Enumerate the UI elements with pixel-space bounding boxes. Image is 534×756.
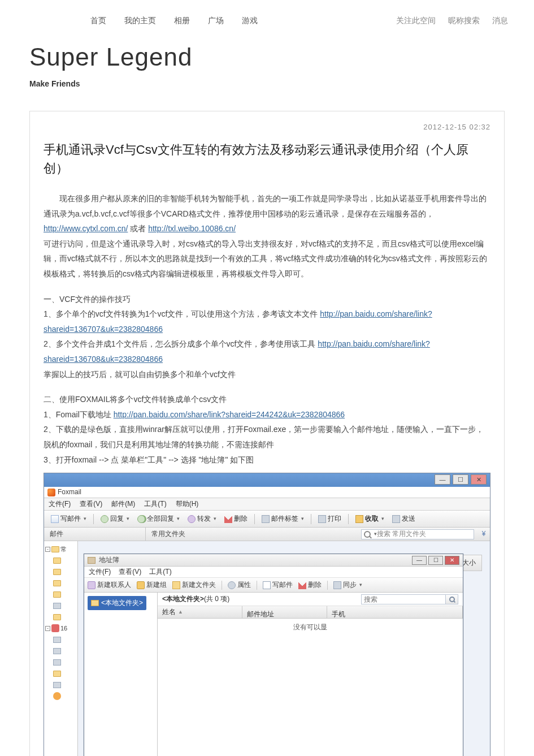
person-icon — [88, 581, 95, 589]
print-icon — [318, 515, 326, 523]
link-weibo10086[interactable]: http://txl.weibo.10086.cn/ — [148, 224, 236, 233]
menu-tools[interactable]: 工具(T) — [144, 498, 166, 511]
nav-album[interactable]: 相册 — [174, 16, 190, 25]
tree-collapse-icon[interactable]: - — [45, 547, 50, 552]
menu-file[interactable]: 文件(F) — [49, 498, 71, 511]
foxmail-menu: 文件(F) 查看(V) 邮件(M) 工具(T) 帮助(H) — [44, 498, 490, 511]
box-icon — [53, 648, 61, 654]
addressbook-toolbar: 新建联系人 新建组 新建文件夹 属性 写邮件 删除 同步▾ — [84, 578, 463, 593]
ab-menu-tools[interactable]: 工具(T) — [149, 565, 171, 578]
top-nav: 首页 我的主页 相册 广场 游戏 关注此空间 昵称搜索 消息 — [0, 0, 534, 32]
chevron-down-icon: ▾ — [301, 514, 304, 524]
ab-tree-localfolder[interactable]: <本地文件夹> — [88, 596, 146, 610]
addressbook-tree: <本地文件夹> — [84, 593, 158, 756]
nav-games[interactable]: 游戏 — [242, 16, 258, 25]
tb-compose[interactable]: 写邮件▾ — [49, 511, 89, 526]
ab-properties[interactable]: 属性 — [228, 578, 251, 591]
sort-asc-icon: ▲ — [178, 607, 183, 617]
tb-send[interactable]: 发送 — [390, 511, 418, 526]
col-common-header: 常用文件夹 — [151, 528, 185, 541]
nav-search[interactable]: 昵称搜索 — [448, 16, 480, 25]
nav-messages[interactable]: 消息 — [492, 16, 508, 25]
search-placeholder: 搜索 常用文件夹 — [377, 528, 426, 541]
ab-maximize-button[interactable]: ☐ — [428, 556, 443, 565]
col-mail-header: 邮件 — [44, 528, 146, 541]
ab-menu-view[interactable]: 查看(V) — [119, 565, 141, 578]
compose-icon — [263, 581, 271, 589]
box-icon — [53, 682, 61, 688]
folder-icon — [91, 600, 99, 606]
ab-search-button[interactable] — [446, 594, 458, 604]
tb-forward[interactable]: 转发▾ — [185, 511, 219, 526]
chevron-down-icon: ▾ — [177, 514, 180, 524]
tag-icon — [262, 515, 270, 523]
ab-close-button[interactable]: ✕ — [445, 556, 459, 565]
reply-all-icon — [137, 515, 145, 523]
box-icon — [53, 659, 61, 666]
ab-col-mail[interactable]: 邮件地址 — [242, 606, 327, 618]
tb-reply[interactable]: 回复▾ — [98, 511, 132, 526]
tb-delete[interactable]: 删除 — [222, 511, 250, 526]
s2-2: 2、下载的是绿色版，直接用winrar解压就可以使用，打开Foxmail.exe… — [44, 422, 490, 452]
foxmail-tree: -常 -16 — [44, 541, 78, 756]
menu-help[interactable]: 帮助(H) — [176, 498, 199, 511]
section-2-title: 二、使用FOXMAIL将多个vcf文件转换成单个csv文件 — [44, 392, 490, 407]
ab-new-group[interactable]: 新建组 — [137, 578, 167, 591]
reply-icon — [101, 515, 108, 523]
blog-title: Super Legend — [29, 43, 534, 71]
s1-2a: 2、多个文件合并成1个文件后，怎么拆分成多个单个vcf文件，参考使用该工具 — [44, 339, 315, 348]
addressbook-title: 地址簿 — [99, 554, 119, 567]
post-card: 2012-12-15 02:32 手机通讯录Vcf与Csv文件互转的有效方法及移… — [29, 111, 505, 756]
addressbook-window: 地址簿 — ☐ ✕ 文件(F) 查看(V) 工具(T) 新建联系人 新建组 新建… — [84, 554, 463, 756]
compose-icon — [51, 515, 59, 523]
folder-icon — [51, 546, 59, 552]
addressbook-list-header: <本地文件夹>(共 0 项) — [158, 593, 463, 606]
ab-sync[interactable]: 同步▾ — [333, 578, 362, 591]
ab-delete[interactable]: 删除 — [298, 578, 322, 591]
ab-new-contact[interactable]: 新建联系人 — [88, 578, 131, 591]
send-icon — [392, 515, 400, 523]
ab-compose[interactable]: 写邮件 — [263, 578, 293, 591]
ab-new-folder[interactable]: 新建文件夹 — [172, 578, 216, 591]
link-share-244242[interactable]: http://pan.baidu.com/share/link?shareid=… — [114, 410, 345, 419]
p1a: 现在很多用户都从原来的旧的非智能手机转为智能手机，首先的一项工作就是同学录导出，… — [44, 194, 487, 218]
window-minimize-button[interactable]: — — [435, 474, 450, 485]
tree-collapse-icon[interactable]: - — [45, 626, 50, 631]
folder-icon — [53, 580, 61, 586]
tb-replyall[interactable]: 全部回复▾ — [135, 511, 182, 526]
ab-col-phone[interactable]: 手机 — [327, 606, 463, 618]
search-icon — [364, 531, 371, 538]
folder-icon — [172, 581, 180, 589]
tb-receive[interactable]: 收取▾ — [353, 511, 387, 526]
post-date: 2012-12-15 02:32 — [44, 123, 490, 131]
window-close-button[interactable]: ✕ — [471, 474, 487, 485]
search-common-folders[interactable]: ▾ 搜索 常用文件夹 — [361, 529, 474, 539]
ab-search-input[interactable] — [361, 594, 446, 604]
menu-view[interactable]: 查看(V) — [80, 498, 102, 511]
menu-mail[interactable]: 邮件(M) — [111, 498, 135, 511]
ab-col-name[interactable]: 姓名▲ — [158, 606, 242, 618]
tree-common[interactable]: 常 — [60, 543, 67, 555]
chevron-down-icon: ▾ — [127, 514, 129, 524]
p1b: 或者 — [130, 224, 146, 233]
foxmail-app-name: Foxmail — [58, 486, 81, 499]
nav-myhome[interactable]: 我的主页 — [124, 16, 156, 25]
ab-menu-file[interactable]: 文件(F) — [89, 565, 111, 578]
nav-home[interactable]: 首页 — [90, 16, 106, 25]
ab-minimize-button[interactable]: — — [412, 556, 427, 565]
nav-square[interactable]: 广场 — [208, 16, 224, 25]
expand-toggle[interactable]: ¥ — [477, 528, 490, 541]
addressbook-titlebar: 地址簿 — ☐ ✕ — [84, 554, 463, 567]
box-icon — [53, 603, 61, 609]
tb-print[interactable]: 打印 — [316, 511, 344, 526]
addressbook-columns: 姓名▲ 邮件地址 手机 — [158, 606, 463, 619]
nav-follow[interactable]: 关注此空间 — [396, 16, 436, 25]
link-cytxl[interactable]: http://www.cytxl.com.cn/ — [44, 224, 128, 233]
window-maximize-button[interactable]: ☐ — [453, 474, 468, 485]
page-header: Super Legend Make Friends — [0, 32, 534, 98]
foxmail-icon — [47, 489, 55, 496]
tb-tag[interactable]: 邮件标签▾ — [259, 511, 306, 526]
folder-icon — [53, 614, 61, 620]
tree-163[interactable]: 16 — [60, 623, 67, 634]
book-icon — [88, 557, 95, 564]
